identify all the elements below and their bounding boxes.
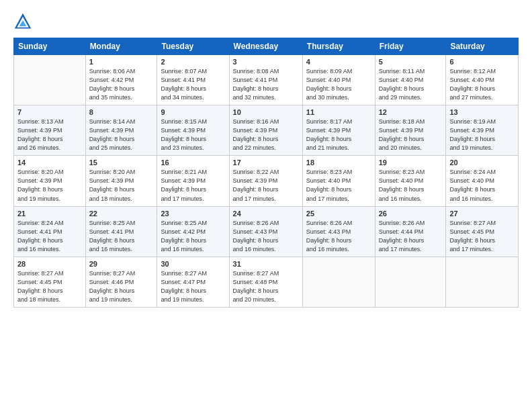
day-number: 18	[306, 158, 371, 167]
day-number: 17	[233, 158, 299, 167]
calendar-day-cell: 5Sunrise: 8:11 AM Sunset: 4:40 PM Daylig…	[375, 55, 446, 105]
day-number: 5	[379, 58, 443, 66]
header	[13, 12, 519, 31]
calendar-day-header: Saturday	[446, 38, 519, 55]
calendar-day-cell: 22Sunrise: 8:25 AM Sunset: 4:41 PM Dayli…	[85, 206, 157, 257]
day-info: Sunrise: 8:22 AM Sunset: 4:39 PM Dayligh…	[233, 168, 299, 203]
day-info: Sunrise: 8:18 AM Sunset: 4:39 PM Dayligh…	[379, 118, 443, 152]
day-number: 12	[379, 108, 443, 116]
day-number: 10	[233, 108, 299, 116]
calendar-day-cell	[446, 257, 519, 307]
calendar-day-cell: 2Sunrise: 8:07 AM Sunset: 4:41 PM Daylig…	[157, 55, 229, 105]
day-number: 30	[161, 260, 225, 268]
day-number: 9	[161, 108, 225, 116]
day-info: Sunrise: 8:26 AM Sunset: 4:43 PM Dayligh…	[233, 219, 299, 254]
calendar-week-row: 7Sunrise: 8:13 AM Sunset: 4:39 PM Daylig…	[14, 105, 519, 156]
calendar-day-cell: 11Sunrise: 8:17 AM Sunset: 4:39 PM Dayli…	[302, 105, 375, 156]
calendar-day-cell: 16Sunrise: 8:21 AM Sunset: 4:39 PM Dayli…	[157, 156, 229, 206]
day-info: Sunrise: 8:27 AM Sunset: 4:45 PM Dayligh…	[449, 219, 515, 254]
day-info: Sunrise: 8:12 AM Sunset: 4:40 PM Dayligh…	[449, 67, 515, 102]
day-number: 16	[161, 158, 225, 167]
calendar-table: SundayMondayTuesdayWednesdayThursdayFrid…	[13, 38, 519, 308]
calendar-day-header: Sunday	[14, 38, 86, 55]
day-number: 23	[161, 210, 225, 218]
day-number: 13	[449, 108, 515, 116]
calendar-day-cell: 10Sunrise: 8:16 AM Sunset: 4:39 PM Dayli…	[229, 105, 302, 156]
day-info: Sunrise: 8:23 AM Sunset: 4:40 PM Dayligh…	[306, 168, 371, 203]
calendar-day-cell: 30Sunrise: 8:27 AM Sunset: 4:47 PM Dayli…	[157, 257, 229, 307]
day-number: 22	[89, 210, 154, 218]
calendar-day-cell: 6Sunrise: 8:12 AM Sunset: 4:40 PM Daylig…	[446, 55, 519, 105]
day-number: 19	[379, 158, 443, 167]
day-info: Sunrise: 8:24 AM Sunset: 4:40 PM Dayligh…	[449, 168, 515, 203]
calendar-day-cell: 25Sunrise: 8:26 AM Sunset: 4:43 PM Dayli…	[302, 206, 375, 257]
day-number: 6	[449, 58, 515, 66]
calendar-day-cell: 24Sunrise: 8:26 AM Sunset: 4:43 PM Dayli…	[229, 206, 302, 257]
day-number: 28	[17, 260, 82, 268]
calendar-week-row: 14Sunrise: 8:20 AM Sunset: 4:39 PM Dayli…	[14, 156, 519, 206]
day-info: Sunrise: 8:23 AM Sunset: 4:40 PM Dayligh…	[379, 168, 443, 203]
day-number: 1	[89, 58, 154, 66]
day-number: 8	[89, 108, 154, 116]
calendar-day-cell	[14, 55, 86, 105]
calendar-day-cell: 12Sunrise: 8:18 AM Sunset: 4:39 PM Dayli…	[375, 105, 446, 156]
day-info: Sunrise: 8:27 AM Sunset: 4:46 PM Dayligh…	[89, 269, 154, 304]
calendar-day-cell: 19Sunrise: 8:23 AM Sunset: 4:40 PM Dayli…	[375, 156, 446, 206]
calendar-day-cell: 17Sunrise: 8:22 AM Sunset: 4:39 PM Dayli…	[229, 156, 302, 206]
day-number: 4	[306, 58, 371, 66]
calendar-day-cell: 31Sunrise: 8:27 AM Sunset: 4:48 PM Dayli…	[229, 257, 302, 307]
day-info: Sunrise: 8:08 AM Sunset: 4:41 PM Dayligh…	[233, 67, 299, 102]
day-info: Sunrise: 8:27 AM Sunset: 4:45 PM Dayligh…	[17, 269, 82, 304]
day-info: Sunrise: 8:20 AM Sunset: 4:39 PM Dayligh…	[89, 168, 154, 203]
day-number: 27	[449, 210, 515, 218]
day-number: 7	[17, 108, 82, 116]
calendar-day-header: Monday	[85, 38, 157, 55]
day-info: Sunrise: 8:26 AM Sunset: 4:43 PM Dayligh…	[306, 219, 371, 254]
day-info: Sunrise: 8:19 AM Sunset: 4:39 PM Dayligh…	[449, 118, 515, 152]
day-info: Sunrise: 8:13 AM Sunset: 4:39 PM Dayligh…	[17, 118, 82, 152]
day-info: Sunrise: 8:09 AM Sunset: 4:40 PM Dayligh…	[306, 67, 371, 102]
day-number: 26	[379, 210, 443, 218]
calendar-day-cell: 8Sunrise: 8:14 AM Sunset: 4:39 PM Daylig…	[85, 105, 157, 156]
calendar-day-cell: 23Sunrise: 8:25 AM Sunset: 4:42 PM Dayli…	[157, 206, 229, 257]
calendar-day-cell: 4Sunrise: 8:09 AM Sunset: 4:40 PM Daylig…	[302, 55, 375, 105]
day-info: Sunrise: 8:21 AM Sunset: 4:39 PM Dayligh…	[161, 168, 225, 203]
day-info: Sunrise: 8:17 AM Sunset: 4:39 PM Dayligh…	[306, 118, 371, 152]
calendar-day-cell: 18Sunrise: 8:23 AM Sunset: 4:40 PM Dayli…	[302, 156, 375, 206]
calendar-week-row: 1Sunrise: 8:06 AM Sunset: 4:42 PM Daylig…	[14, 55, 519, 105]
calendar-day-cell: 9Sunrise: 8:15 AM Sunset: 4:39 PM Daylig…	[157, 105, 229, 156]
day-info: Sunrise: 8:27 AM Sunset: 4:47 PM Dayligh…	[161, 269, 225, 304]
calendar-day-cell	[375, 257, 446, 307]
logo-icon	[13, 12, 32, 31]
calendar-day-cell: 7Sunrise: 8:13 AM Sunset: 4:39 PM Daylig…	[14, 105, 86, 156]
calendar-day-header: Friday	[375, 38, 446, 55]
day-info: Sunrise: 8:25 AM Sunset: 4:42 PM Dayligh…	[161, 219, 225, 254]
day-number: 20	[449, 158, 515, 167]
day-info: Sunrise: 8:15 AM Sunset: 4:39 PM Dayligh…	[161, 118, 225, 152]
day-info: Sunrise: 8:16 AM Sunset: 4:39 PM Dayligh…	[233, 118, 299, 152]
calendar-week-row: 21Sunrise: 8:24 AM Sunset: 4:41 PM Dayli…	[14, 206, 519, 257]
calendar-day-cell: 20Sunrise: 8:24 AM Sunset: 4:40 PM Dayli…	[446, 156, 519, 206]
calendar-day-cell: 21Sunrise: 8:24 AM Sunset: 4:41 PM Dayli…	[14, 206, 86, 257]
calendar-day-cell: 3Sunrise: 8:08 AM Sunset: 4:41 PM Daylig…	[229, 55, 302, 105]
day-number: 15	[89, 158, 154, 167]
calendar-day-cell: 13Sunrise: 8:19 AM Sunset: 4:39 PM Dayli…	[446, 105, 519, 156]
logo	[13, 12, 35, 31]
day-number: 31	[233, 260, 299, 268]
day-info: Sunrise: 8:26 AM Sunset: 4:44 PM Dayligh…	[379, 219, 443, 254]
day-number: 3	[233, 58, 299, 66]
day-number: 11	[306, 108, 371, 116]
day-info: Sunrise: 8:27 AM Sunset: 4:48 PM Dayligh…	[233, 269, 299, 304]
page: SundayMondayTuesdayWednesdayThursdayFrid…	[0, 0, 532, 411]
calendar-day-cell: 29Sunrise: 8:27 AM Sunset: 4:46 PM Dayli…	[85, 257, 157, 307]
day-info: Sunrise: 8:11 AM Sunset: 4:40 PM Dayligh…	[379, 67, 443, 102]
day-number: 2	[161, 58, 225, 66]
day-info: Sunrise: 8:06 AM Sunset: 4:42 PM Dayligh…	[89, 67, 154, 102]
day-info: Sunrise: 8:07 AM Sunset: 4:41 PM Dayligh…	[161, 67, 225, 102]
day-number: 21	[17, 210, 82, 218]
calendar-day-header: Thursday	[302, 38, 375, 55]
calendar-day-cell: 28Sunrise: 8:27 AM Sunset: 4:45 PM Dayli…	[14, 257, 86, 307]
day-number: 29	[89, 260, 154, 268]
calendar-week-row: 28Sunrise: 8:27 AM Sunset: 4:45 PM Dayli…	[14, 257, 519, 307]
calendar-day-cell: 14Sunrise: 8:20 AM Sunset: 4:39 PM Dayli…	[14, 156, 86, 206]
